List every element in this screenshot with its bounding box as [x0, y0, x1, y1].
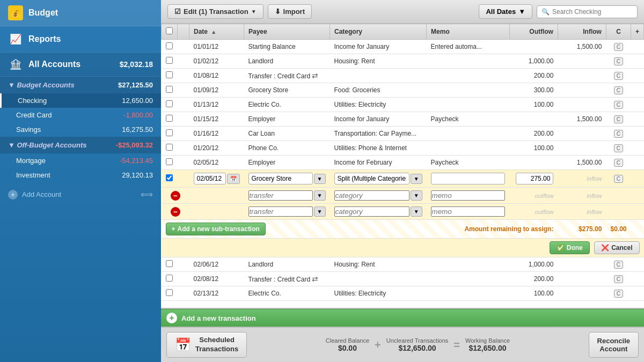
cleared-badge[interactable]: C [614, 144, 623, 152]
row-checkbox[interactable] [166, 42, 173, 49]
table-row[interactable]: 01/08/12 Transfer : Credit Card ⇄ 200.00… [162, 69, 644, 83]
table-row[interactable]: 01/15/12 Employer Income for January Pay… [162, 112, 644, 127]
sub-category-cell-2[interactable]: ▼ [330, 204, 427, 220]
sub-category-input-1[interactable] [334, 190, 409, 201]
col-select-all[interactable] [162, 24, 178, 40]
add-account-button[interactable]: + Add Account ⟺ [0, 185, 161, 204]
add-sub-transaction-button[interactable]: + Add a new sub-transaction [166, 223, 266, 235]
cleared-cell[interactable]: C [606, 40, 631, 54]
table-row[interactable]: 01/01/12 Starting Balance Income for Jan… [162, 40, 644, 54]
sub-transaction-row-2[interactable]: − ▼ ▼ [162, 204, 644, 220]
row-checkbox[interactable] [166, 86, 173, 93]
sub-transfer-input-1[interactable] [248, 190, 313, 201]
sub-transfer-input-2[interactable] [248, 206, 313, 217]
remove-sub-transaction-1-button[interactable]: − [171, 191, 180, 201]
row-checkbox[interactable] [166, 129, 173, 136]
cleared-badge[interactable]: C [614, 130, 623, 138]
cleared-badge[interactable]: C [614, 275, 623, 283]
cleared-badge[interactable]: C [614, 115, 623, 123]
payee-dropdown-button[interactable]: ▼ [314, 174, 326, 184]
edit-transaction-button[interactable]: ☑ Edit (1) Transaction ▼ [167, 4, 264, 19]
remove-sub-transaction-2-button[interactable]: − [171, 207, 180, 217]
search-input[interactable] [552, 8, 633, 16]
sidebar-item-credit-card[interactable]: Credit Card -1,800.00 [0, 108, 161, 122]
sidebar-item-budget[interactable]: 💰 Budget [0, 0, 161, 26]
select-all-checkbox[interactable] [166, 27, 173, 34]
cleared-badge[interactable]: C [614, 159, 623, 167]
sub-transfer-dropdown-2[interactable]: ▼ [314, 206, 326, 217]
editing-transaction-row[interactable]: 📅 ▼ ▼ [162, 170, 644, 188]
reconcile-account-button[interactable]: Reconcile Account [589, 332, 639, 358]
sub-transfer-cell-1[interactable]: ▼ [244, 188, 330, 204]
editing-memo-cell[interactable] [427, 170, 510, 188]
editing-category-cell[interactable]: ▼ [330, 170, 427, 188]
import-button[interactable]: ⬇ Import [268, 4, 312, 19]
cancel-button[interactable]: ❌ Cancel [594, 241, 639, 254]
col-category[interactable]: Category [330, 24, 427, 40]
sub-category-dropdown-1[interactable]: ▼ [411, 190, 422, 201]
row-checkbox[interactable] [166, 100, 173, 107]
row-checkbox[interactable] [166, 144, 173, 151]
off-budget-section[interactable]: ▼ Off-Budget Accounts -$25,093.32 [0, 137, 161, 153]
table-row[interactable]: 01/13/12 Electric Co. Utilities: Electri… [162, 98, 644, 112]
table-row[interactable]: 01/16/12 Car Loan Transportation: Car Pa… [162, 127, 644, 141]
category-dropdown-button[interactable]: ▼ [411, 174, 422, 184]
row-checkbox[interactable] [166, 158, 173, 165]
done-button[interactable]: ✅ Done [550, 241, 590, 254]
sub-transaction-row-1[interactable]: − ▼ ▼ [162, 188, 644, 204]
sub-memo-input-2[interactable] [431, 206, 506, 217]
search-box[interactable]: 🔍 [537, 5, 638, 18]
row-checkbox[interactable] [166, 57, 173, 64]
sub-memo-cell-1[interactable] [427, 188, 510, 204]
editing-date-cell[interactable]: 📅 [189, 170, 244, 188]
editing-cleared-badge[interactable]: C [614, 175, 623, 183]
add-transaction-plus-icon[interactable]: + [166, 313, 177, 323]
table-row[interactable]: 02/08/12 Transfer : Credit Card ⇄ 200.00… [162, 272, 644, 286]
row-checkbox[interactable] [166, 275, 173, 282]
col-plus[interactable]: + [631, 24, 643, 40]
sub-transfer-cell-2[interactable]: ▼ [244, 204, 330, 220]
add-transaction-bar[interactable]: + Add a new transaction [161, 309, 644, 327]
row-checkbox[interactable] [166, 260, 173, 267]
table-row[interactable]: 01/02/12 Landlord Housing: Rent 1,000.00… [162, 54, 644, 69]
sub-category-input-2[interactable] [334, 206, 409, 217]
col-date[interactable]: Date ▲ [189, 24, 244, 40]
date-input[interactable] [194, 173, 226, 184]
cleared-badge[interactable]: C [614, 290, 623, 298]
row-checkbox[interactable] [166, 71, 173, 78]
sidebar-item-investment[interactable]: Investment 29,120.13 [0, 168, 161, 182]
cleared-badge[interactable]: C [614, 261, 623, 269]
all-dates-button[interactable]: All Dates ▼ [479, 4, 532, 19]
col-payee[interactable]: Payee [244, 24, 330, 40]
calendar-picker-button[interactable]: 📅 [227, 174, 240, 184]
sidebar-item-checking[interactable]: Checking 12,650.00 [0, 93, 161, 108]
payee-input[interactable] [248, 173, 313, 184]
table-row[interactable]: 02/05/12 Employer Income for February Pa… [162, 156, 644, 170]
col-memo[interactable]: Memo [427, 24, 510, 40]
table-row[interactable]: 02/06/12 Landlord Housing: Rent 1,000.00… [162, 257, 644, 272]
cleared-badge[interactable]: C [614, 86, 623, 94]
sidebar-item-savings[interactable]: Savings 16,275.50 [0, 122, 161, 137]
editing-row-checkbox[interactable] [166, 174, 173, 181]
cleared-badge[interactable]: C [614, 101, 623, 109]
sidebar-item-mortgage[interactable]: Mortgage -54,213.45 [0, 153, 161, 168]
cleared-badge[interactable]: C [614, 72, 623, 80]
sub-memo-cell-2[interactable] [427, 204, 510, 220]
outflow-input[interactable] [516, 173, 553, 184]
col-outflow[interactable]: Outflow [509, 24, 558, 40]
table-row[interactable]: 01/20/12 Phone Co. Utilities: Phone & In… [162, 141, 644, 156]
editing-outflow-cell[interactable] [509, 170, 558, 188]
col-inflow[interactable]: Inflow [558, 24, 606, 40]
row-checkbox[interactable] [166, 289, 173, 296]
sub-category-dropdown-2[interactable]: ▼ [411, 206, 422, 217]
budget-accounts-section[interactable]: ▼ Budget Accounts $27,125.50 [0, 77, 161, 93]
sub-transfer-dropdown-1[interactable]: ▼ [314, 190, 326, 201]
sidebar-item-reports[interactable]: 📈 Reports [0, 26, 161, 53]
category-input[interactable] [334, 173, 409, 184]
cleared-badge[interactable]: C [614, 43, 623, 51]
table-row[interactable]: 02/13/12 Electric Co. Utilities: Electri… [162, 286, 644, 301]
cleared-badge[interactable]: C [614, 57, 623, 65]
sub-memo-input-1[interactable] [431, 190, 506, 201]
sub-category-cell-1[interactable]: ▼ [330, 188, 427, 204]
memo-input[interactable] [431, 173, 506, 184]
